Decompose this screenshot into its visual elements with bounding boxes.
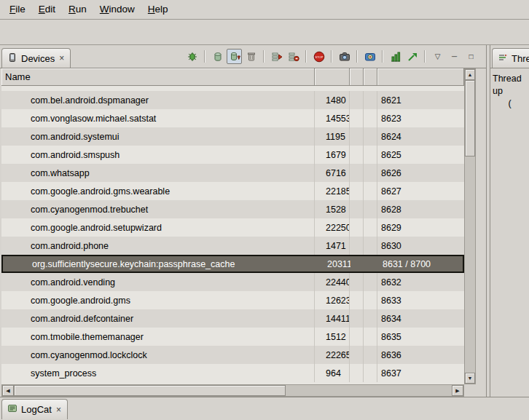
process-name: com.google.android.setupwizard: [1, 218, 315, 237]
table-row[interactable]: com.android.vending 22440 8632: [1, 273, 464, 291]
spacer-cell: [350, 237, 364, 255]
table-row[interactable]: system_process 964 8637: [1, 364, 464, 382]
vertical-scrollbar[interactable]: ▲ ▼: [464, 68, 476, 384]
process-pid: 14411: [315, 309, 350, 328]
process-port: 8628: [377, 200, 464, 218]
process-name: com.google.android.gms.wearable: [1, 182, 315, 200]
scroll-down-button[interactable]: ▼: [465, 373, 475, 384]
process-name: com.bel.android.dspmanager: [1, 91, 315, 109]
stop-process-icon[interactable]: STOP: [311, 49, 326, 64]
minimize-icon[interactable]: ─: [447, 49, 462, 64]
horizontal-scrollbar[interactable]: ◀ ▶: [1, 384, 464, 397]
dump-hprof-icon[interactable]: [227, 49, 242, 64]
close-icon[interactable]: ×: [58, 53, 65, 63]
process-pid: 12623: [315, 291, 350, 309]
table-header: Name: [1, 68, 464, 86]
horizontal-scrollbar-track[interactable]: [14, 385, 452, 396]
chart-bars-icon[interactable]: [388, 49, 403, 64]
table-row[interactable]: com.cyanogenmod.lockclock 22265 8636: [1, 346, 464, 364]
menu-bar: FileEditRunWindowHelp: [0, 0, 529, 20]
svg-text:STOP: STOP: [315, 55, 323, 58]
tab-devices[interactable]: Devices ×: [1, 48, 71, 68]
process-name: com.google.android.gms: [1, 291, 315, 309]
process-pid: 22185: [315, 182, 350, 200]
close-icon[interactable]: ×: [55, 405, 62, 415]
table-row[interactable]: org.sufficientlysecure.keychain:passphra…: [1, 255, 464, 273]
process-table: Name com.bel.android.dspmanager 1480 862…: [1, 68, 476, 384]
eclipse-ddms-window: FileEditRunWindowHelp Devices ×: [0, 0, 529, 420]
column-header-spacer[interactable]: [364, 68, 377, 86]
start-method-profiling-icon[interactable]: [286, 49, 301, 64]
spacer-cell: [364, 364, 377, 382]
table-row[interactable]: com.android.phone 1471 8630: [1, 237, 464, 255]
process-name: com.android.systemui: [1, 127, 315, 146]
scroll-up-button[interactable]: ▲: [465, 69, 475, 80]
tab-threads[interactable]: Threa ×: [492, 48, 529, 68]
column-header-name[interactable]: Name: [1, 68, 315, 86]
process-pid: 6716: [315, 164, 350, 182]
table-row[interactable]: com.vonglasow.michael.satstat 14553 8623: [1, 109, 464, 127]
spacer-cell: [350, 328, 364, 346]
table-row[interactable]: com.bel.android.dspmanager 1480 8621: [1, 91, 464, 109]
menu-item[interactable]: File: [3, 0, 32, 17]
process-port: 8634: [377, 309, 464, 328]
spacer-cell: [364, 273, 377, 291]
cause-gc-icon[interactable]: [243, 49, 259, 64]
table-row[interactable]: com.google.android.gms 12623 8633: [1, 291, 464, 309]
menu-item[interactable]: Edit: [32, 0, 62, 17]
devices-panel-header: Devices ×: [0, 45, 486, 68]
process-rows: com.bel.android.dspmanager 1480 8621 com…: [1, 86, 464, 384]
threads-panel: Threa × Thread up (: [490, 45, 529, 397]
table-row[interactable]: com.google.android.setupwizard 22250 862…: [1, 218, 464, 237]
debug-icon[interactable]: [184, 49, 200, 64]
process-port: 8637: [377, 364, 464, 382]
maximize-icon[interactable]: □: [463, 49, 479, 64]
toolbar-separator: [331, 50, 332, 63]
process-port: 8623: [377, 109, 464, 127]
view-menu-icon[interactable]: ▽: [430, 49, 445, 64]
vertical-scrollbar-track[interactable]: [465, 80, 475, 373]
menu-item[interactable]: Window: [93, 0, 141, 17]
table-row[interactable]: com.android.defcontainer 14411 8634: [1, 309, 464, 328]
table-row[interactable]: com.cyanogenmod.trebuchet 1528 8628: [1, 200, 464, 218]
table-row[interactable]: com.android.smspush 1679 8625: [1, 146, 464, 164]
scroll-left-button[interactable]: ◀: [2, 385, 14, 396]
vertical-scrollbar-thumb[interactable]: [465, 80, 475, 156]
update-threads-icon[interactable]: [269, 49, 284, 64]
process-name: com.android.smspush: [1, 146, 315, 164]
process-pid: 1528: [315, 200, 350, 218]
screen-record-icon[interactable]: [362, 49, 377, 64]
process-port: 8621: [377, 91, 464, 109]
process-pid: 22265: [315, 346, 350, 364]
screen-capture-icon[interactable]: [337, 49, 352, 64]
menu-item[interactable]: Run: [62, 0, 93, 17]
main-area: Devices ×: [0, 45, 529, 397]
threads-panel-header: Threa ×: [490, 45, 529, 68]
devices-panel: Devices ×: [0, 45, 487, 397]
column-header-pid[interactable]: [315, 68, 350, 86]
spacer-cell: [350, 146, 364, 164]
update-heap-icon[interactable]: [210, 49, 225, 64]
spacer-cell: [350, 309, 364, 328]
table-row[interactable]: com.tmobile.thememanager 1512 8635: [1, 328, 464, 346]
scroll-right-button[interactable]: ▶: [452, 385, 463, 396]
table-row[interactable]: com.whatsapp 6716 8626: [1, 164, 464, 182]
column-header-spacer[interactable]: [350, 68, 364, 86]
tab-threads-label: Threa: [512, 53, 529, 64]
process-port: 8632: [377, 273, 464, 291]
tab-devices-label: Devices: [21, 53, 55, 64]
column-header-port[interactable]: [377, 68, 464, 86]
table-row[interactable]: com.google.android.gms.wearable 22185 86…: [1, 182, 464, 200]
tab-logcat[interactable]: LogCat ×: [1, 399, 68, 419]
diagonal-arrow-icon[interactable]: [404, 49, 420, 64]
spacer-cell: [350, 200, 364, 218]
table-row[interactable]: com.android.systemui 1195 8624: [1, 127, 464, 146]
process-name: com.vonglasow.michael.satstat: [1, 109, 315, 127]
toolbar-separator: [424, 50, 426, 63]
threads-icon: [498, 52, 508, 65]
menu-item[interactable]: Help: [141, 0, 175, 17]
process-port: 8629: [377, 218, 464, 237]
process-name: system_process: [1, 364, 315, 382]
horizontal-scrollbar-thumb[interactable]: [14, 385, 286, 396]
device-icon: [7, 52, 17, 65]
